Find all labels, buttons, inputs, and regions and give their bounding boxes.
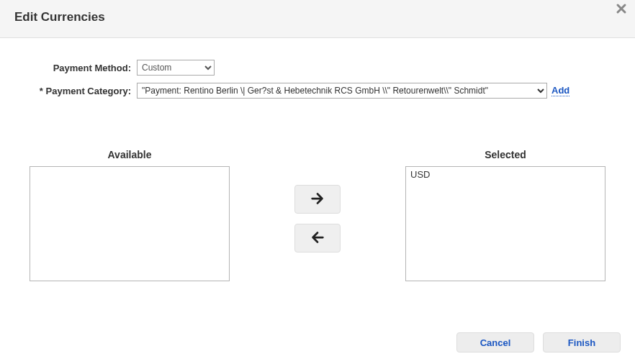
payment-method-row: Payment Method: Custom xyxy=(14,60,621,76)
shuttle-buttons xyxy=(230,149,405,252)
close-icon[interactable] xyxy=(615,3,628,16)
payment-method-select[interactable]: Custom xyxy=(137,60,215,76)
add-category-link[interactable]: Add xyxy=(551,85,569,96)
dialog-header: Edit Currencies xyxy=(0,0,635,38)
payment-category-label: * Payment Category: xyxy=(14,86,137,96)
selected-column: Selected USD xyxy=(405,149,605,281)
arrow-right-icon xyxy=(310,191,325,209)
available-listbox[interactable] xyxy=(30,166,230,281)
selected-header: Selected xyxy=(485,149,526,160)
selected-listbox[interactable]: USD xyxy=(405,166,605,281)
finish-button[interactable]: Finish xyxy=(543,332,621,352)
available-column: Available xyxy=(30,149,230,281)
dialog-footer: Cancel Finish xyxy=(456,332,621,352)
payment-method-label: Payment Method: xyxy=(14,63,137,73)
arrow-left-icon xyxy=(310,229,325,247)
shuttle-area: Available Selected USD xyxy=(0,149,635,281)
available-header: Available xyxy=(108,149,152,160)
move-right-button[interactable] xyxy=(294,185,341,214)
move-left-button[interactable] xyxy=(294,224,341,252)
list-item[interactable]: USD xyxy=(409,168,602,181)
payment-category-select[interactable]: "Payment: Rentino Berlin \| Ger?st & Heb… xyxy=(137,83,547,99)
payment-category-row: * Payment Category: "Payment: Rentino Be… xyxy=(14,83,621,99)
cancel-button[interactable]: Cancel xyxy=(456,332,534,352)
form-area: Payment Method: Custom * Payment Categor… xyxy=(0,38,635,113)
dialog-title: Edit Currencies xyxy=(14,10,621,24)
